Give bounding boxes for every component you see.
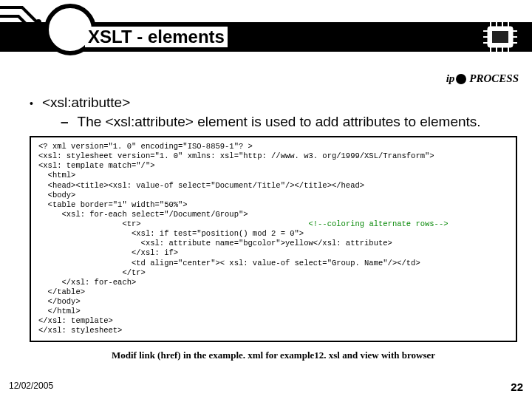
bullet-item: • <xsl:atributte> <box>30 95 517 111</box>
footer-date: 12/02/2005 <box>9 381 53 393</box>
logo-text-process: PROCESS <box>469 72 519 85</box>
slide-header: XSLT - elements <box>0 0 532 59</box>
code-example: <? xml version="1. 0" encoding="ISO-8859… <box>30 136 517 342</box>
code-comment: <!--coloring alternate rows--> <box>308 219 448 228</box>
sub-bullet-item: – The <xsl:attribute> element is used to… <box>61 114 517 130</box>
bullet-icon: • <box>30 98 33 109</box>
dash-icon: – <box>61 114 69 130</box>
chip-icon <box>482 21 519 53</box>
logo-text-ip: ip <box>446 72 455 85</box>
logo-dot-icon <box>456 74 466 84</box>
sub-bullet-text: The <xsl:attribute> element is used to a… <box>78 114 481 130</box>
footer-page-number: 22 <box>511 381 523 393</box>
bullet-text: <xsl:atributte> <box>42 95 130 111</box>
slide-footer: 12/02/2005 22 <box>9 381 523 393</box>
slide-content: • <xsl:atributte> – The <xsl:attribute> … <box>30 95 517 361</box>
slide-title: XSLT - elements <box>85 27 228 47</box>
svg-rect-5 <box>492 31 508 43</box>
brand-logo: ip PROCESS <box>446 72 519 85</box>
caption-text: Modif link (href) in the example. xml fo… <box>30 349 517 361</box>
